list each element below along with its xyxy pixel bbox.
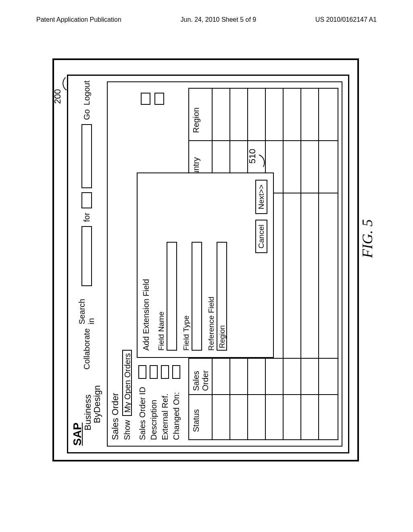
filter-description-label: Description	[149, 380, 159, 440]
filters: Sales Order ID Description External Ref.…	[137, 365, 182, 440]
brand-bydesign: ByDesign	[92, 385, 102, 446]
search-scope-input[interactable]	[81, 192, 92, 208]
app-window: SAP Business ByDesign Collaborate Search…	[67, 75, 349, 453]
next-button[interactable]: Next>>	[255, 180, 267, 214]
topbar: Collaborate Search in for Go Logout	[79, 81, 95, 370]
search-term-input[interactable]	[81, 124, 92, 189]
brand-sap: SAP	[71, 385, 83, 446]
field-name-input[interactable]	[167, 242, 177, 351]
search-in-input[interactable]	[81, 226, 92, 287]
dialog-title: Add Extension Field	[142, 279, 151, 351]
page-header: Patent Application Publication Jun. 24, …	[0, 0, 413, 27]
field-type-input[interactable]	[192, 242, 202, 351]
col-status[interactable]: Status	[192, 400, 201, 432]
right-filter-inputs	[141, 93, 164, 105]
for-label: for	[82, 212, 92, 222]
cancel-button[interactable]: Cancel	[255, 220, 267, 253]
filter-changed-on-input[interactable]	[172, 365, 180, 379]
brand-business: Business	[83, 385, 92, 446]
add-extension-field-dialog: Add Extension Field Field Name Field Typ…	[137, 172, 274, 358]
col-sales-order[interactable]: Sales Order	[192, 359, 210, 391]
pub-number: US 2010/0162147 A1	[315, 16, 377, 23]
figure-frame: 200 SAP Business ByDesign Collaborate Se…	[52, 58, 359, 461]
brand-block: SAP Business ByDesign	[71, 385, 102, 446]
figure-caption: FIG. 5	[359, 219, 376, 258]
go-button[interactable]: Go	[82, 109, 92, 120]
table-divider	[300, 89, 301, 439]
reference-field-label: Reference Field	[207, 180, 216, 351]
search-in-label: Search in	[77, 290, 96, 324]
show-row: Show My Open Orders	[122, 350, 132, 440]
filter-external-ref-label: External Ref.	[161, 380, 170, 440]
table-divider	[318, 89, 319, 439]
filter-external-ref-input[interactable]	[161, 365, 169, 379]
collaborate-link[interactable]: Collaborate	[82, 328, 92, 370]
ref-num-200: 200	[52, 89, 63, 104]
table-divider	[283, 89, 284, 439]
panel-title: Sales Order	[110, 393, 121, 440]
show-select[interactable]: My Open Orders	[122, 350, 132, 416]
reference-field-input[interactable]: Region	[217, 242, 227, 351]
logout-link[interactable]: Logout	[82, 81, 92, 105]
sheet-label: Jun. 24, 2010 Sheet 5 of 9	[180, 16, 256, 23]
filter-extra-input-1[interactable]	[141, 93, 150, 105]
filter-sales-order-id-label: Sales Order ID	[138, 380, 147, 440]
filter-sales-order-id-input[interactable]	[138, 365, 146, 379]
col-region[interactable]: Region	[192, 108, 201, 133]
show-label: Show	[123, 420, 132, 440]
field-type-label: Field Type	[182, 180, 191, 351]
filter-changed-on-label: Changed On:	[172, 380, 181, 440]
filter-description-input[interactable]	[150, 365, 158, 379]
main-panel: Sales Order Show My Open Orders Sales Or…	[107, 81, 342, 447]
field-name-label: Field Name	[157, 180, 166, 351]
pub-label: Patent Application Publication	[36, 16, 121, 23]
filter-extra-input-2[interactable]	[154, 93, 164, 105]
